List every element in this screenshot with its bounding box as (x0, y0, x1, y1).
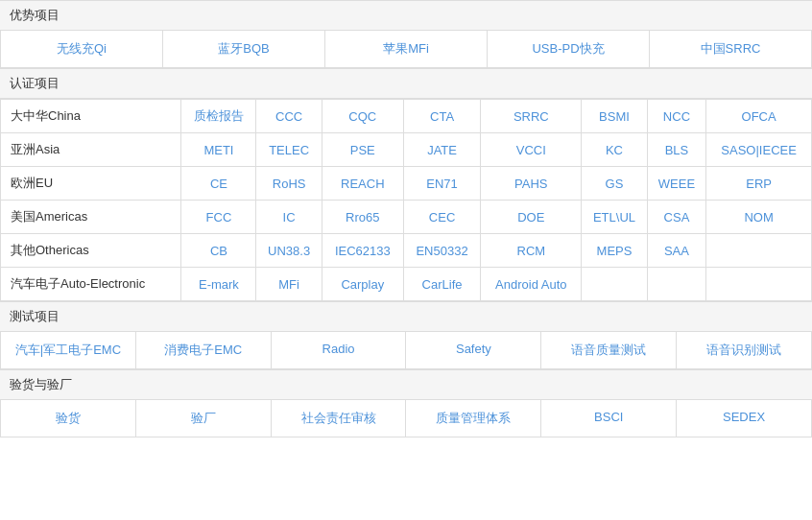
cert-item[interactable]: WEEE (647, 167, 706, 201)
advantage-item-0[interactable]: 无线充Qi (1, 31, 163, 67)
table-row: 其他Othericas CB UN38.3 IEC62133 EN50332 R… (1, 234, 812, 268)
cert-item[interactable]: ERP (706, 167, 812, 201)
test-item-1[interactable]: 消费电子EMC (136, 332, 272, 368)
cert-item[interactable]: CEC (403, 201, 481, 234)
cert-item[interactable]: REACH (322, 167, 403, 201)
inspect-item-4[interactable]: BSCI (541, 400, 677, 437)
certification-title: 认证项目 (0, 68, 812, 99)
cert-item[interactable]: CSA (647, 201, 706, 234)
inspection-title: 验货与验厂 (0, 369, 812, 400)
row-label-eu: 欧洲EU (1, 167, 181, 201)
cert-item[interactable]: ETL\UL (582, 201, 647, 234)
cert-item[interactable]: MFi (256, 268, 322, 301)
cert-item[interactable]: OFCA (706, 100, 812, 133)
test-item-5[interactable]: 语音识别测试 (677, 332, 811, 368)
inspect-row: 验货 验厂 社会责任审核 质量管理体系 BSCI SEDEX (0, 400, 812, 437)
cert-item[interactable]: 质检报告 (181, 100, 256, 133)
cert-item[interactable]: CB (181, 234, 256, 268)
row-label-china: 大中华China (1, 100, 181, 133)
cert-item[interactable]: PSE (322, 133, 403, 167)
table-row: 大中华China 质检报告 CCC CQC CTA SRRC BSMI NCC … (1, 100, 812, 133)
advantage-row: 无线充Qi 蓝牙BQB 苹果MFi USB-PD快充 中国SRRC (0, 31, 812, 68)
test-item-4[interactable]: 语音质量测试 (541, 332, 677, 368)
cert-item[interactable]: BLS (647, 133, 706, 167)
cert-item (582, 268, 647, 301)
test-item-2[interactable]: Radio (272, 332, 407, 368)
cert-item[interactable]: RCM (481, 234, 582, 268)
cert-item[interactable]: IC (256, 201, 322, 234)
cert-item[interactable]: DOE (481, 201, 582, 234)
test-row: 汽车|军工电子EMC 消费电子EMC Radio Safety 语音质量测试 语… (0, 332, 812, 369)
cert-item[interactable]: CE (181, 167, 256, 201)
cert-item[interactable]: BSMI (582, 100, 647, 133)
cert-item[interactable]: Carplay (322, 268, 403, 301)
cert-item[interactable]: FCC (181, 201, 256, 234)
cert-item[interactable]: EN50332 (403, 234, 481, 268)
cert-item[interactable]: VCCI (481, 133, 582, 167)
table-row: 欧洲EU CE RoHS REACH EN71 PAHS GS WEEE ERP (1, 167, 812, 201)
cert-item (706, 268, 812, 301)
cert-item[interactable]: Rro65 (322, 201, 403, 234)
inspect-item-1[interactable]: 验厂 (136, 400, 272, 437)
cert-item[interactable]: KC (582, 133, 647, 167)
inspection-section: 验货与验厂 验货 验厂 社会责任审核 质量管理体系 BSCI SEDEX (0, 369, 812, 437)
cert-item[interactable]: TELEC (256, 133, 322, 167)
cert-item[interactable]: NOM (706, 201, 812, 234)
cert-item[interactable]: CarLife (403, 268, 481, 301)
cert-item[interactable]: UN38.3 (256, 234, 322, 268)
testing-title: 测试项目 (0, 301, 812, 332)
cert-item[interactable]: Android Auto (481, 268, 582, 301)
cert-item[interactable]: SASO|IECEE (706, 133, 812, 167)
cert-item[interactable]: GS (582, 167, 647, 201)
advantage-title: 优势项目 (0, 0, 812, 31)
table-row: 汽车电子Auto-Electronic E-mark MFi Carplay C… (1, 268, 812, 301)
row-label-asia: 亚洲Asia (1, 133, 181, 167)
cert-item[interactable]: SAA (647, 234, 706, 268)
cert-item[interactable]: EN71 (403, 167, 481, 201)
cert-item[interactable]: MEPS (582, 234, 647, 268)
cert-item[interactable]: CCC (256, 100, 322, 133)
cert-item[interactable]: NCC (647, 100, 706, 133)
inspect-item-2[interactable]: 社会责任审核 (272, 400, 407, 437)
row-label-americas: 美国Americas (1, 201, 181, 234)
cert-item[interactable]: PAHS (481, 167, 582, 201)
advantage-item-4[interactable]: 中国SRRC (650, 31, 811, 67)
row-label-auto: 汽车电子Auto-Electronic (1, 268, 181, 301)
inspect-item-5[interactable]: SEDEX (677, 400, 811, 437)
cert-item (647, 268, 706, 301)
certification-table: 大中华China 质检报告 CCC CQC CTA SRRC BSMI NCC … (0, 99, 812, 301)
testing-section: 测试项目 汽车|军工电子EMC 消费电子EMC Radio Safety 语音质… (0, 301, 812, 369)
cert-item[interactable]: IEC62133 (322, 234, 403, 268)
certification-section: 认证项目 大中华China 质检报告 CCC CQC CTA SRRC BSMI… (0, 68, 812, 301)
cert-item (706, 234, 812, 268)
cert-item[interactable]: RoHS (256, 167, 322, 201)
advantage-item-3[interactable]: USB-PD快充 (488, 31, 650, 67)
cert-item[interactable]: CTA (403, 100, 481, 133)
cert-item[interactable]: JATE (403, 133, 481, 167)
test-item-0[interactable]: 汽车|军工电子EMC (1, 332, 136, 368)
test-item-3[interactable]: Safety (406, 332, 541, 368)
table-row: 美国Americas FCC IC Rro65 CEC DOE ETL\UL C… (1, 201, 812, 234)
advantage-item-1[interactable]: 蓝牙BQB (163, 31, 325, 67)
inspect-item-3[interactable]: 质量管理体系 (406, 400, 541, 437)
cert-item[interactable]: SRRC (481, 100, 582, 133)
inspect-item-0[interactable]: 验货 (1, 400, 136, 437)
cert-item[interactable]: CQC (322, 100, 403, 133)
cert-item[interactable]: E-mark (181, 268, 256, 301)
advantage-section: 优势项目 无线充Qi 蓝牙BQB 苹果MFi USB-PD快充 中国SRRC (0, 0, 812, 68)
advantage-item-2[interactable]: 苹果MFi (325, 31, 488, 67)
row-label-other: 其他Othericas (1, 234, 181, 268)
table-row: 亚洲Asia METI TELEC PSE JATE VCCI KC BLS S… (1, 133, 812, 167)
cert-item[interactable]: METI (181, 133, 256, 167)
